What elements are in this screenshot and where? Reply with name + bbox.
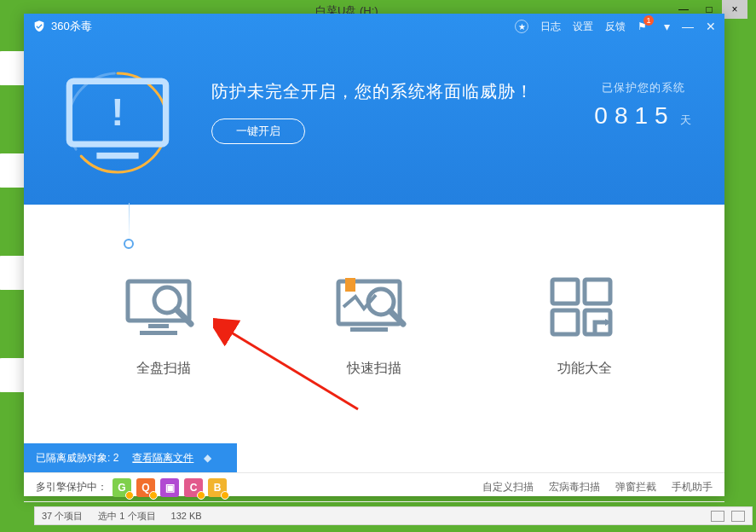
- app-window: 360杀毒 ★ 日志 设置 反馈 ⚑ 1 ▾ — ✕: [24, 14, 724, 496]
- engine-icon-3[interactable]: ▣: [160, 478, 179, 497]
- svg-rect-11: [350, 327, 388, 332]
- app-title: 360杀毒: [51, 19, 92, 34]
- close-button[interactable]: ✕: [706, 20, 716, 33]
- macro-scan-link[interactable]: 宏病毒扫描: [549, 480, 600, 494]
- status-item-count: 37 个项目: [42, 510, 83, 523]
- svg-rect-15: [552, 280, 578, 304]
- engine-icon-4[interactable]: C: [184, 478, 203, 497]
- view-details-icon[interactable]: [711, 511, 724, 522]
- enable-protection-button[interactable]: 一键开启: [211, 119, 305, 144]
- popup-block-link[interactable]: 弹窗拦截: [615, 480, 656, 494]
- notification-badge: 1: [643, 15, 654, 26]
- title-bar-right: ★ 日志 设置 反馈 ⚑ 1 ▾ — ✕: [515, 20, 716, 34]
- full-scan-button[interactable]: 全盘扫描: [95, 273, 232, 378]
- notification-icon[interactable]: ⚑ 1: [638, 20, 647, 32]
- view-quarantine-link[interactable]: 查看隔离文件: [132, 451, 193, 466]
- engines-bar: 多引擎保护中： G Q ▣ C B 自定义扫描 宏病毒扫描 弹窗拦截 手机助手: [24, 472, 724, 501]
- svg-rect-16: [585, 280, 610, 304]
- engine-icon-5[interactable]: B: [208, 478, 227, 497]
- window-controls: ▾ — ✕: [664, 20, 716, 33]
- quick-scan-icon: [306, 273, 442, 341]
- monitor-warning-icon: !: [63, 66, 172, 179]
- svg-rect-3: [96, 153, 138, 159]
- hero-section: ! 防护未完全开启，您的系统将面临威胁！ 一键开启 已保护您的系统 0815天: [24, 65, 724, 201]
- phone-helper-link[interactable]: 手机助手: [672, 480, 713, 494]
- tools-icon: [517, 273, 653, 341]
- connector-line: [129, 203, 130, 242]
- engines-label: 多引擎保护中：: [36, 480, 107, 494]
- quarantine-arrow-icon: ◆: [204, 452, 211, 464]
- body: 全盘扫描 快速扫描: [24, 205, 724, 443]
- protection-days-label: 已保护您的系统: [563, 80, 724, 95]
- engine-icon-2[interactable]: Q: [136, 478, 155, 497]
- title-bar: 360杀毒 ★ 日志 设置 反馈 ⚑ 1 ▾ — ✕: [24, 14, 724, 39]
- header-link-log[interactable]: 日志: [540, 20, 561, 34]
- shield-icon: [32, 20, 46, 33]
- header-link-feedback[interactable]: 反馈: [605, 20, 626, 34]
- svg-rect-12: [345, 278, 355, 292]
- svg-text:!: !: [112, 91, 124, 133]
- status-size: 132 KB: [171, 511, 202, 521]
- full-scan-icon: [95, 273, 232, 341]
- protection-days-value: 0815天: [563, 102, 724, 130]
- custom-scan-link[interactable]: 自定义扫描: [482, 480, 534, 494]
- tools-label: 功能大全: [517, 360, 653, 378]
- connector-dot: [124, 239, 134, 249]
- status-selected: 选中 1 个项目: [98, 510, 155, 523]
- engines-bar-right: 自定义扫描 宏病毒扫描 弹窗拦截 手机助手: [482, 480, 713, 494]
- engine-icon-1[interactable]: G: [113, 478, 131, 497]
- svg-rect-6: [148, 324, 169, 328]
- protection-warning-text: 防护未完全开启，您的系统将面临威胁！: [211, 80, 563, 103]
- svg-rect-17: [552, 310, 578, 334]
- dropdown-button[interactable]: ▾: [664, 20, 670, 33]
- bg-close-button[interactable]: ×: [722, 0, 747, 19]
- favorite-icon[interactable]: ★: [515, 20, 528, 33]
- full-scan-label: 全盘扫描: [95, 360, 232, 378]
- minimize-button[interactable]: —: [682, 20, 694, 33]
- svg-rect-7: [140, 331, 177, 335]
- header-link-settings[interactable]: 设置: [573, 20, 593, 34]
- protection-ring-icon: !: [63, 68, 172, 177]
- header: 360杀毒 ★ 日志 设置 反馈 ⚑ 1 ▾ — ✕: [24, 14, 724, 205]
- tools-button[interactable]: 功能大全: [517, 273, 653, 378]
- quarantine-label: 已隔离威胁对象: 2: [36, 451, 118, 466]
- quick-scan-button[interactable]: 快速扫描: [306, 273, 442, 378]
- quick-scan-label: 快速扫描: [306, 360, 442, 378]
- explorer-status-bar: 37 个项目 选中 1 个项目 132 KB: [34, 506, 753, 525]
- view-thumbs-icon[interactable]: [731, 511, 745, 522]
- quarantine-bar: 已隔离威胁对象: 2 查看隔离文件 ◆: [24, 443, 237, 472]
